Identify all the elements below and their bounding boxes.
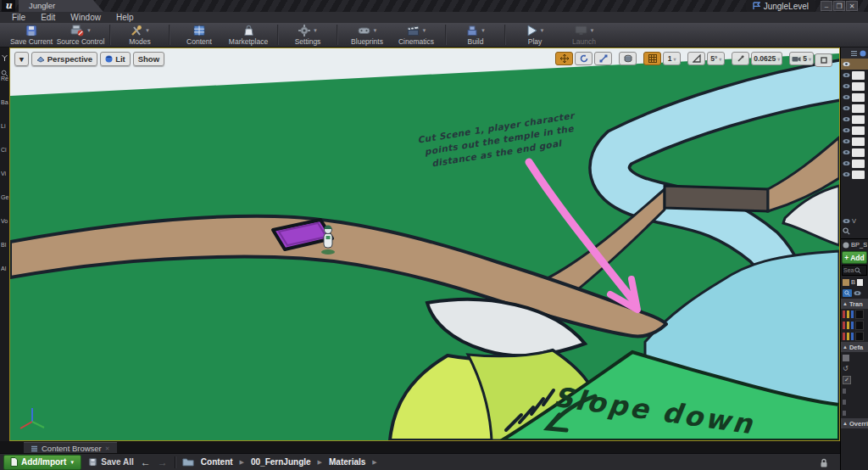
cinematics-button[interactable]: ▼ Cinematics [392, 23, 441, 47]
outliner-search[interactable] [841, 226, 868, 237]
eye-icon[interactable] [843, 94, 850, 100]
transform-scale-row[interactable] [841, 331, 868, 342]
eye-icon[interactable] [843, 160, 850, 166]
minimize-button[interactable]: – [821, 1, 832, 11]
transform-section-header[interactable]: ▲Tran [841, 299, 868, 309]
reset-icon[interactable]: ↺ [843, 365, 849, 372]
eye-icon[interactable] [843, 116, 850, 122]
value-box[interactable] [855, 332, 864, 341]
modes-button[interactable]: ▼ Modes [115, 23, 164, 47]
close-tab-icon[interactable]: ✕ [105, 445, 110, 452]
value-box[interactable] [855, 321, 864, 330]
transform-location-row[interactable] [841, 309, 868, 320]
value-box[interactable] [855, 310, 864, 319]
outliner-row[interactable] [841, 125, 868, 136]
zoom-icon[interactable] [843, 289, 852, 297]
project-tab[interactable]: Jungler [19, 0, 103, 12]
rotate-tool-button[interactable] [575, 52, 593, 65]
outliner-row[interactable] [841, 81, 868, 92]
rotation-snap-toggle[interactable] [687, 52, 705, 65]
details-toolbar-row[interactable]: B [841, 277, 868, 288]
marketplace-button[interactable]: Marketplace [224, 23, 273, 47]
grid-snap-value[interactable]: 1▾ [663, 52, 681, 65]
save-current-button[interactable]: Save Current [7, 23, 56, 47]
move-tool-button[interactable] [555, 52, 573, 65]
content-browser-tab[interactable]: Content Browser ✕ [24, 442, 117, 454]
eye-icon[interactable] [843, 105, 850, 111]
settings-icon: ▼ [298, 24, 318, 36]
details-property-row[interactable]: ↺ [841, 363, 868, 374]
outliner-row[interactable] [841, 136, 868, 147]
checkbox[interactable] [843, 355, 849, 361]
camera-mode-button[interactable]: Perspective [31, 52, 97, 66]
eye-icon[interactable] [843, 127, 850, 133]
surface-snapping-button[interactable] [619, 52, 637, 65]
selected-actor-row[interactable]: BP_S [841, 239, 868, 250]
breadcrumb-content[interactable]: Content [201, 457, 233, 467]
settings-button[interactable]: ▼ Settings [283, 23, 332, 47]
add-component-button[interactable]: + Add [842, 251, 867, 264]
scale-tool-button[interactable] [594, 52, 612, 65]
viewport-options-button[interactable]: ▾ [14, 52, 29, 66]
play-icon: ▼ [526, 24, 545, 36]
play-button[interactable]: ▼ Play [510, 23, 559, 47]
details-property-row[interactable] [841, 407, 868, 418]
outliner-row[interactable] [841, 92, 868, 103]
outliner-row[interactable] [841, 114, 868, 125]
outliner-row[interactable] [841, 59, 868, 70]
checkbox-checked[interactable]: ✓ [843, 376, 851, 384]
eye-icon[interactable] [854, 290, 861, 296]
details-property-row[interactable] [841, 352, 868, 363]
eye-icon[interactable] [843, 61, 850, 67]
file-icon [10, 457, 18, 467]
lock-icon[interactable] [820, 456, 828, 470]
menu-help[interactable]: Help [109, 13, 141, 22]
rotation-snap-value[interactable]: 5°▾ [707, 52, 725, 65]
transform-rotation-row[interactable] [841, 320, 868, 331]
scale-snap-toggle[interactable] [732, 52, 749, 65]
view-mode-button[interactable]: Lit [100, 52, 131, 66]
show-menu-button[interactable]: Show [133, 52, 164, 66]
close-button[interactable]: ✕ [846, 1, 858, 11]
outliner-row[interactable] [841, 70, 868, 81]
camera-speed-button[interactable]: 5▾ [789, 52, 814, 65]
doc-icon[interactable] [857, 279, 863, 286]
details-search-input[interactable]: Sea [842, 265, 867, 276]
eye-icon[interactable] [843, 171, 850, 177]
eye-icon[interactable] [843, 72, 850, 78]
details-property-row[interactable] [841, 396, 868, 407]
scale-snap-value[interactable]: 0.0625▾ [751, 52, 782, 65]
outliner-row[interactable] [841, 147, 868, 158]
content-button[interactable]: Content [175, 23, 224, 47]
blueprints-button[interactable]: ▼ Blueprints [342, 23, 392, 47]
override-section-header[interactable]: ▲Overri [841, 418, 868, 428]
menu-file[interactable]: File [5, 13, 32, 22]
main-toolbar: Save Current ▼ Source Control ▼ Modes Co… [0, 23, 868, 48]
grid-snap-toggle[interactable] [643, 52, 661, 65]
menu-window[interactable]: Window [64, 13, 108, 22]
details-filter-row[interactable] [841, 288, 868, 299]
breadcrumb-fernjungle[interactable]: 00_FernJungle [251, 457, 311, 467]
add-import-button[interactable]: Add/Import ▼ [3, 455, 81, 470]
source-control-button[interactable]: ▼ Source Control [56, 23, 105, 47]
build-button[interactable]: ▼ Build [451, 23, 500, 47]
browse-icon[interactable] [843, 279, 849, 286]
eye-icon[interactable] [843, 83, 850, 89]
outliner-row[interactable] [841, 103, 868, 114]
forward-arrow-icon[interactable]: → [158, 456, 168, 468]
breadcrumb-materials[interactable]: Materials [329, 457, 365, 467]
menu-edit[interactable]: Edit [34, 13, 62, 22]
level-viewport[interactable]: Cut Scene 1, player character points out… [9, 48, 840, 441]
outliner-row[interactable] [841, 158, 868, 169]
save-all-button[interactable]: Save All [88, 457, 134, 467]
default-section-header[interactable]: ▲Defa [841, 342, 868, 352]
back-arrow-icon[interactable]: ← [141, 456, 151, 468]
eye-icon[interactable] [843, 138, 850, 144]
details-property-row[interactable] [841, 385, 868, 396]
maximize-button[interactable]: ❐ [833, 1, 845, 11]
maximize-viewport-button[interactable] [815, 53, 832, 67]
eye-icon[interactable] [843, 149, 850, 155]
outliner-row[interactable] [841, 169, 868, 180]
details-property-row[interactable]: ✓ [841, 374, 868, 385]
level-badge: JungleLevel [746, 0, 815, 12]
